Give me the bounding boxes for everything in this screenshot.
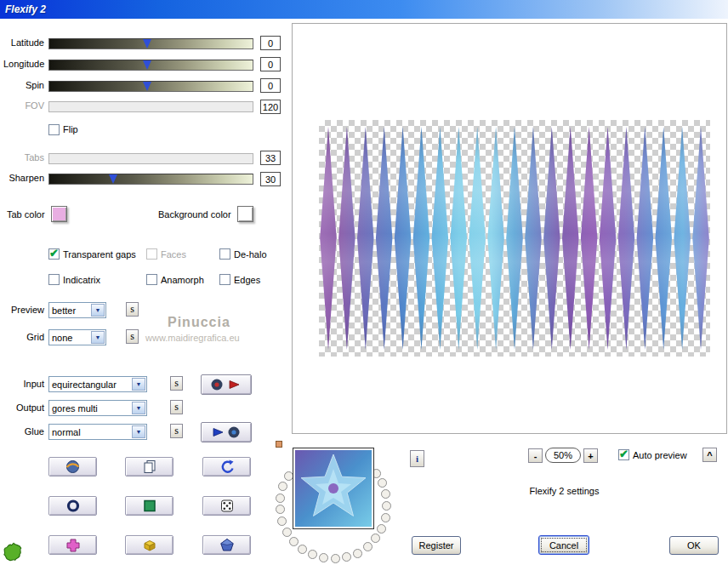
faces-checkbox bbox=[146, 248, 157, 260]
yellow-box-button[interactable] bbox=[125, 535, 173, 555]
dial-dot[interactable] bbox=[342, 552, 351, 562]
slider-thumb-icon[interactable] bbox=[143, 82, 151, 91]
source-thumbnail[interactable] bbox=[293, 448, 374, 529]
output-dropdown[interactable]: gores multi ▼ bbox=[48, 400, 147, 416]
dice-icon bbox=[219, 499, 235, 513]
longitude-slider[interactable] bbox=[48, 60, 253, 71]
chevron-down-icon[interactable]: ▼ bbox=[132, 378, 145, 391]
dial-dot[interactable] bbox=[377, 524, 386, 534]
grid-dropdown[interactable]: none ▼ bbox=[48, 329, 106, 345]
zoom-in-button[interactable]: + bbox=[583, 448, 598, 463]
input-dropdown[interactable]: equirectangular ▼ bbox=[48, 376, 147, 392]
render-forward-button[interactable] bbox=[201, 374, 252, 395]
auto-preview-checkbox[interactable] bbox=[618, 449, 629, 460]
flip-checkbox[interactable] bbox=[48, 124, 60, 135]
green-splat-icon[interactable] bbox=[2, 541, 26, 565]
input-preset-button[interactable]: s bbox=[170, 376, 183, 391]
output-preset-button[interactable]: s bbox=[170, 400, 183, 414]
background-color-swatch[interactable] bbox=[237, 206, 253, 222]
gores-preview-image bbox=[319, 120, 710, 357]
chevron-down-icon[interactable]: ▼ bbox=[132, 425, 145, 438]
play-sphere-icon bbox=[208, 425, 244, 439]
spin-value-input[interactable] bbox=[260, 78, 281, 93]
title-bar[interactable]: Flexify 2 bbox=[0, 0, 728, 19]
yellow-box-icon bbox=[142, 538, 157, 552]
dial-dot[interactable] bbox=[331, 554, 340, 563]
green-square-button[interactable] bbox=[125, 496, 173, 516]
spin-slider[interactable] bbox=[48, 81, 253, 92]
dial-dot[interactable] bbox=[289, 537, 299, 546]
load-sphere-button[interactable] bbox=[48, 457, 97, 477]
background-color-label: Background color bbox=[158, 209, 231, 220]
dial-dot[interactable] bbox=[319, 553, 328, 562]
zoom-out-button[interactable]: - bbox=[528, 448, 543, 463]
flip-label: Flip bbox=[63, 124, 78, 135]
dial-dot[interactable] bbox=[298, 545, 307, 554]
edges-checkbox[interactable] bbox=[219, 274, 230, 285]
randomize-button[interactable] bbox=[202, 496, 251, 516]
dehalo-checkbox[interactable] bbox=[219, 248, 230, 260]
undo-arrow-icon bbox=[219, 459, 235, 474]
glue-dropdown[interactable]: normal ▼ bbox=[48, 424, 147, 440]
preview-dropdown[interactable]: better ▼ bbox=[48, 302, 106, 318]
duplicate-button[interactable] bbox=[125, 457, 173, 477]
dial-dot[interactable] bbox=[371, 534, 380, 543]
slider-thumb-icon[interactable] bbox=[109, 174, 117, 184]
duplicate-page-icon bbox=[142, 459, 157, 474]
dial-dot[interactable] bbox=[378, 478, 387, 488]
dial-dot[interactable] bbox=[382, 501, 391, 511]
register-button[interactable]: Register bbox=[412, 536, 461, 555]
dial-dot[interactable] bbox=[363, 542, 373, 551]
tabs-value-input[interactable] bbox=[260, 151, 281, 165]
blue-pentagon-icon bbox=[219, 538, 235, 552]
chevron-down-icon[interactable]: ▼ bbox=[91, 304, 105, 317]
dial-dot[interactable] bbox=[278, 482, 287, 491]
glue-preset-button[interactable]: s bbox=[170, 424, 183, 438]
dial-dot[interactable] bbox=[381, 489, 390, 499]
latitude-slider[interactable] bbox=[48, 38, 253, 49]
anamorph-checkbox[interactable] bbox=[146, 274, 157, 285]
dial-dot[interactable] bbox=[277, 516, 287, 526]
indicatrix-checkbox[interactable] bbox=[48, 274, 60, 285]
preview-preset-button[interactable]: s bbox=[126, 302, 139, 317]
info-button[interactable]: i bbox=[410, 450, 424, 467]
faces-label: Faces bbox=[161, 249, 186, 260]
slider-thumb-icon[interactable] bbox=[143, 39, 151, 49]
main-preview-pane[interactable] bbox=[292, 23, 727, 434]
dial-dot[interactable] bbox=[353, 549, 362, 558]
magenta-cross-button[interactable] bbox=[48, 535, 97, 555]
input-dropdown-value: equirectangular bbox=[49, 380, 132, 390]
dial-dot[interactable] bbox=[284, 471, 293, 481]
watermark-text: Pinuccia bbox=[168, 315, 230, 330]
glue-dropdown-label: Glue bbox=[3, 426, 44, 437]
sharpen-value-input[interactable] bbox=[260, 172, 281, 186]
sharpen-slider[interactable] bbox=[48, 174, 253, 185]
render-reverse-button[interactable] bbox=[201, 422, 252, 442]
scroll-up-button[interactable]: ^ bbox=[702, 448, 717, 462]
sphere-icon bbox=[65, 459, 81, 474]
ok-button[interactable]: OK bbox=[669, 536, 719, 555]
drag-handle[interactable] bbox=[276, 441, 282, 448]
cancel-button[interactable]: Cancel bbox=[538, 535, 589, 555]
latitude-value-input[interactable] bbox=[260, 36, 281, 50]
dial-dot[interactable] bbox=[308, 550, 317, 559]
blue-pentagon-button[interactable] bbox=[202, 535, 251, 555]
dial-dot[interactable] bbox=[381, 513, 390, 522]
grid-dropdown-label: Grid bbox=[3, 332, 44, 343]
ring-button[interactable] bbox=[48, 496, 97, 516]
edges-label: Edges bbox=[234, 275, 260, 286]
fov-value-input[interactable] bbox=[260, 100, 281, 114]
dial-dot[interactable] bbox=[282, 528, 292, 537]
transparent-gaps-checkbox[interactable] bbox=[48, 248, 60, 260]
latitude-label: Latitude bbox=[3, 37, 44, 49]
undo-button[interactable] bbox=[202, 457, 251, 477]
tab-color-swatch[interactable] bbox=[51, 206, 67, 222]
slider-thumb-icon[interactable] bbox=[143, 60, 151, 70]
grid-preset-button[interactable]: s bbox=[126, 329, 139, 344]
chevron-down-icon[interactable]: ▼ bbox=[91, 331, 105, 344]
dial-dot[interactable] bbox=[276, 505, 285, 514]
green-square-icon bbox=[142, 499, 157, 513]
dial-dot[interactable] bbox=[276, 494, 285, 503]
longitude-value-input[interactable] bbox=[260, 57, 281, 71]
chevron-down-icon[interactable]: ▼ bbox=[132, 402, 145, 414]
